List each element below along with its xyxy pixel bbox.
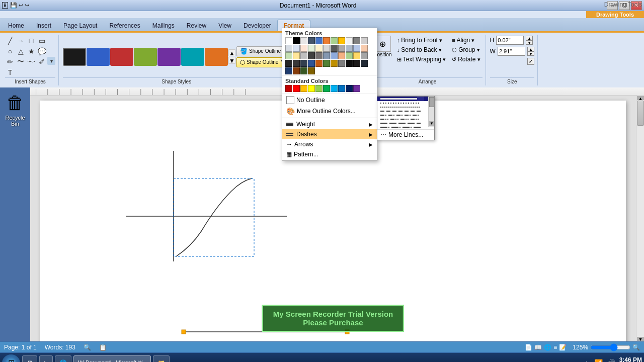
theme-color-swatch[interactable] — [293, 52, 300, 59]
shape-star[interactable]: ★ — [26, 46, 36, 56]
taskbar-show-desktop[interactable]: 🖥 — [22, 355, 37, 363]
shape-round-rect[interactable]: ▭ — [37, 36, 47, 46]
theme-color-swatch[interactable] — [338, 37, 345, 44]
view-draft-icon[interactable]: 📝 — [559, 344, 567, 351]
zoom-in-icon[interactable]: 🔍 — [632, 344, 640, 351]
submenu-scrollbar[interactable]: ▼ — [428, 97, 434, 127]
theme-color-swatch[interactable] — [331, 45, 338, 52]
theme-color-swatch[interactable] — [293, 67, 300, 74]
theme-color-swatch[interactable] — [300, 37, 307, 44]
theme-color-swatch[interactable] — [353, 60, 360, 67]
theme-color-swatch[interactable] — [323, 52, 330, 59]
theme-color-swatch[interactable] — [346, 52, 353, 59]
dash-dashed-item[interactable] — [377, 109, 434, 113]
theme-color-swatch[interactable] — [293, 37, 300, 44]
dash-dashdot-item[interactable] — [377, 113, 434, 117]
dash-dotted-item[interactable] — [377, 101, 434, 105]
theme-color-swatch[interactable] — [331, 52, 338, 59]
tab-developer[interactable]: Developer — [237, 20, 277, 31]
theme-color-swatch[interactable] — [338, 45, 345, 52]
shape-oval[interactable]: ○ — [5, 46, 15, 56]
theme-color-swatch[interactable] — [346, 45, 353, 52]
theme-color-swatch[interactable] — [361, 45, 368, 52]
tab-mailings[interactable]: Mailings — [146, 20, 181, 31]
dash-longdash-item[interactable] — [377, 121, 434, 125]
theme-color-swatch[interactable] — [285, 67, 292, 74]
zoom-slider[interactable] — [590, 343, 630, 351]
tab-home[interactable]: Home — [2, 20, 30, 31]
bring-to-front-button[interactable]: ↑ Bring to Front ▾ — [395, 36, 448, 45]
standard-color-swatch[interactable] — [323, 85, 330, 92]
tab-view[interactable]: View — [212, 20, 237, 31]
theme-color-swatch[interactable] — [331, 60, 338, 67]
shape-rect[interactable]: □ — [26, 36, 36, 46]
weight-item[interactable]: Weight ▶ — [282, 119, 377, 129]
standard-color-swatch[interactable] — [338, 85, 345, 92]
theme-color-swatch[interactable] — [300, 60, 307, 67]
style-swatch-orange[interactable] — [205, 48, 228, 66]
theme-color-swatch[interactable] — [338, 60, 345, 67]
scroll-thumb[interactable] — [637, 101, 644, 126]
theme-color-swatch[interactable] — [361, 52, 368, 59]
scroll-down-arrow[interactable]: ▼ — [637, 337, 644, 341]
theme-color-swatch[interactable] — [315, 45, 323, 52]
standard-color-swatch[interactable] — [315, 85, 323, 92]
standard-color-swatch[interactable] — [353, 85, 360, 92]
width-input[interactable] — [498, 47, 525, 56]
theme-color-swatch[interactable] — [308, 60, 315, 67]
shape-callout[interactable]: 💬 — [37, 46, 47, 56]
tab-page-layout[interactable]: Page Layout — [57, 20, 103, 31]
tray-volume-icon[interactable]: 🔊 — [607, 359, 615, 363]
standard-color-swatch[interactable] — [331, 85, 338, 92]
style-swatch-black[interactable] — [63, 48, 86, 66]
scroll-down-icon[interactable]: ▼ — [228, 57, 235, 64]
align-button[interactable]: ≡ Align ▾ — [450, 36, 482, 45]
theme-color-grid[interactable] — [285, 37, 374, 74]
theme-color-swatch[interactable] — [300, 45, 307, 52]
width-down-button[interactable]: ▼ — [527, 51, 534, 56]
theme-color-swatch[interactable] — [315, 37, 323, 44]
view-reading-icon[interactable]: 📖 — [534, 344, 542, 351]
theme-color-swatch[interactable] — [361, 37, 368, 44]
theme-color-swatch[interactable] — [353, 37, 360, 44]
width-up-button[interactable]: ▲ — [527, 47, 534, 51]
standard-color-swatch[interactable] — [293, 85, 300, 92]
shape-arrow[interactable]: → — [16, 36, 26, 46]
theme-color-swatch[interactable] — [308, 45, 315, 52]
shape-more[interactable]: ▾ — [47, 57, 55, 65]
theme-color-swatch[interactable] — [308, 52, 315, 59]
theme-color-swatch[interactable] — [315, 52, 323, 59]
view-normal-icon[interactable]: 📄 — [525, 344, 532, 351]
taskbar-browser[interactable]: 🌐 — [55, 355, 71, 363]
tab-references[interactable]: References — [103, 20, 146, 31]
height-down-button[interactable]: ▼ — [526, 40, 533, 45]
theme-color-swatch[interactable] — [300, 52, 307, 59]
more-lines-item[interactable]: ⋯ More Lines... — [377, 129, 434, 140]
shape-freeform[interactable]: 〜 — [16, 57, 26, 67]
taskbar-media-player[interactable]: ▶ — [39, 355, 53, 363]
theme-color-swatch[interactable] — [331, 37, 338, 44]
theme-color-swatch[interactable] — [361, 60, 368, 67]
shape-pen[interactable]: ✏ — [5, 57, 15, 67]
dash-dotted2-item[interactable] — [377, 105, 434, 109]
standard-color-swatch[interactable] — [300, 85, 307, 92]
shape-textbox[interactable]: T — [5, 67, 15, 77]
tab-review[interactable]: Review — [181, 20, 212, 31]
theme-color-swatch[interactable] — [300, 67, 307, 74]
theme-color-swatch[interactable] — [338, 52, 345, 59]
style-swatch-green[interactable] — [134, 48, 157, 66]
tray-network-icon[interactable]: 📶 — [594, 359, 603, 363]
shape-edit[interactable]: ✐ — [37, 57, 47, 67]
theme-color-swatch[interactable] — [308, 37, 315, 44]
theme-color-swatch[interactable] — [308, 67, 315, 74]
style-swatch-purple[interactable] — [157, 48, 181, 66]
style-swatch-red[interactable] — [110, 48, 133, 66]
no-outline-item[interactable]: No Outline — [282, 95, 377, 106]
theme-color-swatch[interactable] — [353, 52, 360, 59]
dashes-item[interactable]: Dashes ▶ — [282, 129, 377, 139]
height-up-button[interactable]: ▲ — [526, 36, 533, 40]
size-expand-button[interactable]: ⤢ — [527, 58, 534, 65]
dash-solid-item[interactable] — [377, 97, 434, 101]
theme-color-swatch[interactable] — [285, 45, 292, 52]
theme-color-swatch[interactable] — [285, 37, 292, 44]
